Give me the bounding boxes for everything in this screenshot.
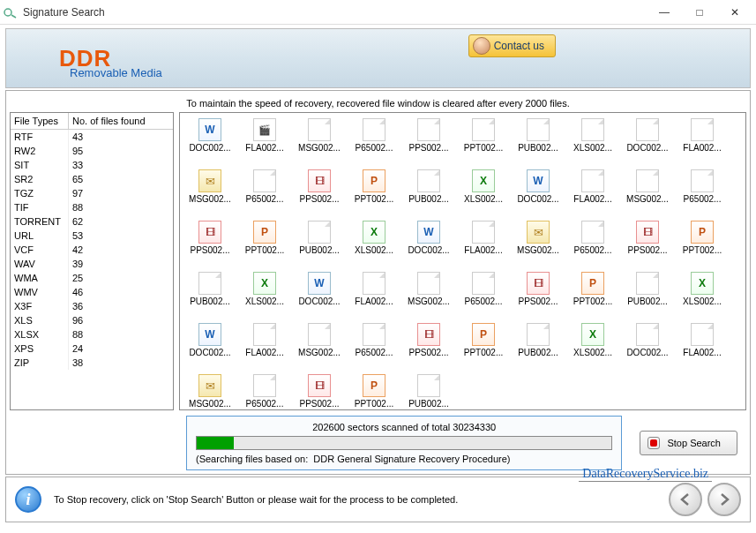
file-item[interactable]: P65002... (566, 219, 619, 268)
table-row[interactable]: ZIP38 (11, 356, 173, 370)
file-item[interactable]: DOC002... (621, 116, 674, 166)
file-item[interactable]: FLA002... (238, 321, 291, 371)
table-row[interactable]: RTF43 (11, 130, 173, 144)
table-row[interactable]: XPS24 (11, 342, 173, 356)
file-item[interactable]: PPT002... (457, 116, 510, 166)
table-row[interactable]: TIF88 (11, 200, 173, 214)
file-types-table[interactable]: File Types No. of files found RTF43RW295… (10, 112, 174, 410)
table-row[interactable]: SIT33 (11, 158, 173, 172)
file-item[interactable]: PUB002... (512, 321, 565, 371)
file-item[interactable]: PPS002... (621, 219, 674, 268)
file-item[interactable]: DOC002... (402, 219, 455, 268)
file-item[interactable]: FLA002... (457, 219, 510, 268)
file-icon (472, 323, 495, 346)
file-item[interactable]: DOC002... (183, 116, 236, 166)
titlebar: Signature Search — □ ✕ (0, 0, 756, 25)
file-item[interactable]: XLS002... (238, 270, 291, 319)
file-item[interactable]: MSG002... (183, 168, 236, 217)
file-item[interactable]: P65002... (676, 168, 729, 217)
file-item[interactable]: XLS002... (348, 219, 400, 268)
file-item[interactable]: P65002... (457, 270, 510, 319)
file-item[interactable]: PPT002... (348, 168, 400, 217)
table-row[interactable]: WMA25 (11, 271, 173, 285)
file-item[interactable]: MSG002... (402, 270, 455, 319)
file-icon (417, 118, 440, 141)
file-item[interactable]: DOC002... (512, 168, 565, 217)
table-row[interactable]: TGZ97 (11, 186, 173, 200)
file-item[interactable]: PUB002... (402, 372, 455, 410)
file-item[interactable]: PPS002... (402, 321, 455, 371)
file-item[interactable]: FLA002... (348, 270, 400, 319)
file-item[interactable]: PUB002... (621, 270, 674, 319)
table-row[interactable]: X3F36 (11, 299, 173, 313)
table-row[interactable]: TORRENT62 (11, 214, 173, 229)
file-item[interactable]: PUB002... (512, 116, 565, 166)
file-item[interactable]: DOC002... (293, 270, 346, 319)
file-item[interactable]: MSG002... (621, 168, 674, 217)
file-icon (363, 374, 385, 397)
table-row[interactable]: XLS96 (11, 313, 173, 327)
file-name: MSG002... (298, 143, 341, 153)
recovered-files-area[interactable]: DOC002...FLA002...MSG002...P65002...PPS0… (179, 112, 746, 410)
file-icon (472, 221, 495, 244)
table-body[interactable]: RTF43RW295SIT33SR265TGZ97TIF88TORRENT62U… (11, 130, 173, 409)
file-item[interactable]: PPS002... (512, 270, 565, 319)
file-item[interactable]: FLA002... (676, 116, 729, 166)
file-item[interactable]: FLA002... (566, 168, 619, 217)
file-item[interactable]: FLA002... (238, 116, 291, 166)
file-icon (363, 169, 385, 192)
file-item[interactable]: P65002... (348, 116, 400, 166)
file-name: MSG002... (189, 399, 231, 409)
file-item[interactable]: DOC002... (183, 321, 236, 371)
file-item[interactable]: PPT002... (457, 321, 510, 371)
close-button[interactable]: ✕ (717, 2, 752, 23)
file-name: PPS002... (518, 297, 558, 306)
nav-back-button[interactable] (669, 483, 702, 516)
file-icon (253, 118, 276, 141)
nav-forward-button[interactable] (707, 483, 741, 516)
file-item[interactable]: PPT002... (348, 372, 400, 410)
file-item[interactable]: MSG002... (293, 116, 346, 166)
file-item[interactable]: XLS002... (676, 270, 729, 319)
table-row[interactable]: RW295 (11, 144, 173, 158)
file-item[interactable]: PUB002... (293, 219, 346, 268)
table-row[interactable]: WMV46 (11, 285, 173, 299)
file-item[interactable]: XLS002... (566, 321, 619, 371)
stop-label: Stop Search (667, 438, 721, 448)
contact-button[interactable]: Contact us (468, 34, 556, 57)
file-item[interactable]: PPT002... (676, 219, 729, 268)
window-title: Signature Search (23, 6, 647, 19)
file-item[interactable]: P65002... (348, 321, 400, 371)
table-row[interactable]: WAV39 (11, 257, 173, 271)
file-item[interactable]: P65002... (238, 372, 291, 410)
file-item[interactable]: XLS002... (457, 168, 510, 217)
file-icon (253, 221, 276, 244)
file-item[interactable]: MSG002... (293, 321, 346, 371)
file-item[interactable]: PPS002... (293, 168, 346, 217)
file-name: P65002... (465, 297, 503, 306)
file-item[interactable]: PUB002... (183, 270, 236, 319)
file-icon (691, 323, 714, 346)
file-icon (691, 272, 714, 295)
footer: i To Stop recovery, click on 'Stop Searc… (5, 477, 751, 522)
file-item[interactable]: PUB002... (402, 168, 455, 217)
file-item[interactable]: P65002... (238, 168, 291, 217)
file-item[interactable]: XLS002... (566, 116, 619, 166)
file-item[interactable]: PPS002... (183, 219, 236, 268)
minimize-button[interactable]: — (647, 2, 682, 23)
file-item[interactable]: PPS002... (402, 116, 455, 166)
file-item[interactable]: MSG002... (512, 219, 565, 268)
table-row[interactable]: URL53 (11, 229, 173, 243)
table-row[interactable]: VCF42 (11, 243, 173, 257)
file-item[interactable]: MSG002... (183, 372, 236, 410)
file-item[interactable]: DOC002... (621, 321, 674, 371)
file-item[interactable]: PPT002... (238, 219, 291, 268)
file-item[interactable]: PPS002... (293, 372, 346, 410)
stop-search-button[interactable]: Stop Search (640, 431, 737, 455)
table-row[interactable]: XLSX88 (11, 327, 173, 342)
maximize-button[interactable]: □ (682, 2, 717, 23)
file-item[interactable]: FLA002... (676, 321, 729, 371)
file-icon (198, 118, 221, 141)
file-item[interactable]: PPT002... (566, 270, 619, 319)
table-row[interactable]: SR265 (11, 172, 173, 186)
